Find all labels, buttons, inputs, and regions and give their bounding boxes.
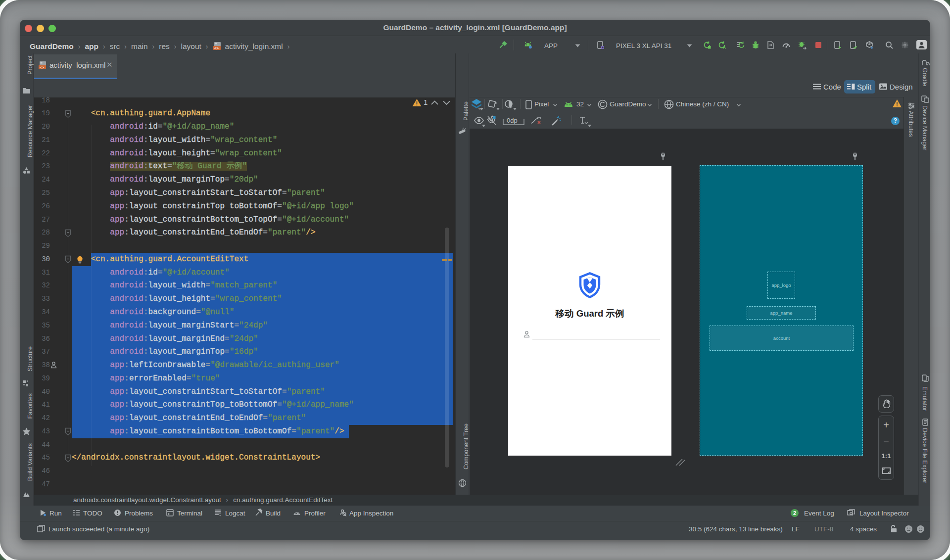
- svg-text:<>: <>: [40, 66, 45, 70]
- svg-text:A: A: [723, 45, 726, 49]
- svg-text:<>: <>: [214, 47, 219, 50]
- svg-text:0dp: 0dp: [507, 117, 518, 124]
